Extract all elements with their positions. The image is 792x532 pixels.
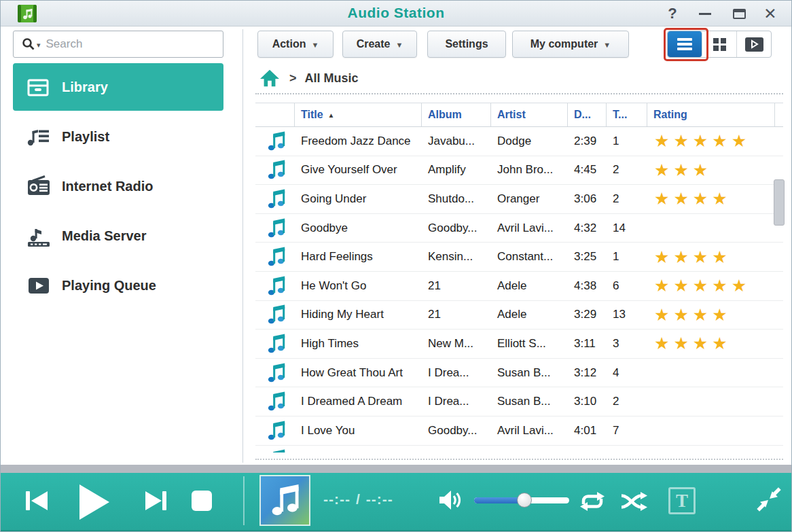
column-header-artist[interactable]: Artist xyxy=(491,103,568,126)
song-album: Goodby... xyxy=(422,424,491,438)
volume-button[interactable] xyxy=(438,488,463,512)
song-track: 1 xyxy=(607,250,647,264)
album-art-thumbnail[interactable] xyxy=(259,475,310,526)
song-rating-stars[interactable]: ★★★★★ xyxy=(647,131,775,151)
song-rating-stars[interactable]: ★★★ xyxy=(647,160,775,180)
sidebar-item-library[interactable]: Library xyxy=(13,63,223,111)
table-row[interactable]: How Great Thou ArtI Drea...Susan B...3:1… xyxy=(255,359,783,388)
table-row-partial[interactable]: ★★★★★ xyxy=(255,446,783,453)
time-current: --:-- xyxy=(323,491,350,507)
toolbar-button-action[interactable]: Action▼ xyxy=(257,31,334,58)
close-button[interactable]: ✕ xyxy=(760,3,780,24)
cover-view-button[interactable] xyxy=(737,31,771,57)
grid-view-icon xyxy=(713,38,726,51)
table-row[interactable]: Hard FeelingsKensin...Constant...3:251★★… xyxy=(255,243,783,272)
player-bar: --:--/--:-- xyxy=(1,473,791,532)
dropdown-caret-icon: ▼ xyxy=(603,41,611,49)
song-title: Hard Feelings xyxy=(295,250,422,264)
table-row[interactable]: I Love YouGoodby...Avril Lavi...4:017 xyxy=(255,416,783,446)
table-scrollbar-thumb[interactable] xyxy=(774,179,785,226)
column-header-rating[interactable]: Rating xyxy=(647,103,775,126)
music-note-icon xyxy=(255,276,295,296)
column-header-title[interactable]: Title▲ xyxy=(295,103,422,126)
previous-button[interactable] xyxy=(21,485,52,516)
song-artist: Susan B... xyxy=(491,395,568,408)
song-duration: 3:12 xyxy=(568,366,607,380)
song-rating-stars[interactable]: ★★★★ xyxy=(647,189,775,209)
home-icon[interactable] xyxy=(259,69,280,88)
cover-view-icon xyxy=(745,37,763,52)
song-duration: 4:38 xyxy=(568,279,607,293)
shuffle-button[interactable] xyxy=(619,489,649,514)
volume-slider[interactable] xyxy=(474,497,569,503)
table-row[interactable]: Hiding My Heart21Adele3:2913★★★★ xyxy=(255,301,783,330)
list-view-button[interactable] xyxy=(668,31,702,57)
grid-view-button[interactable] xyxy=(702,31,737,57)
song-title: He Won't Go xyxy=(295,279,422,293)
column-header-album[interactable]: Album xyxy=(422,103,491,126)
next-button[interactable] xyxy=(141,485,172,516)
song-duration: 4:01 xyxy=(568,424,607,438)
song-rating-stars[interactable]: ★★★★ xyxy=(647,247,775,267)
stop-button[interactable] xyxy=(188,487,215,514)
table-row[interactable]: I Dreamed A DreamI Drea...Susan B...3:10… xyxy=(255,387,783,416)
search-box[interactable]: ▾ xyxy=(13,31,223,58)
sidebar-item-label: Media Server xyxy=(62,228,147,244)
breadcrumb-current[interactable]: All Music xyxy=(305,71,359,86)
toolbar-button-label: Settings xyxy=(445,38,488,50)
table-row[interactable]: High TimesNew M...Elliott S...3:113★★★★ xyxy=(255,330,783,359)
song-duration: 3:25 xyxy=(568,250,607,264)
radio-icon xyxy=(26,174,51,198)
collapse-player-button[interactable] xyxy=(756,486,782,512)
table-row[interactable]: Freedom Jazz DanceJavabu...Dodge2:391★★★… xyxy=(255,127,783,156)
sidebar-item-playlist[interactable]: Playlist xyxy=(13,113,223,160)
time-display: --:--/--:-- xyxy=(323,491,446,508)
column-header-duration[interactable]: D... xyxy=(568,103,607,126)
table-row[interactable]: GoodbyeGoodby...Avril Lavi...4:3214 xyxy=(255,214,783,243)
sidebar-item-playing-queue[interactable]: Playing Queue xyxy=(13,262,223,309)
search-dropdown-caret[interactable]: ▾ xyxy=(37,41,41,50)
play-button[interactable] xyxy=(70,480,113,524)
maximize-button[interactable] xyxy=(729,3,749,24)
toolbar-button-create[interactable]: Create▼ xyxy=(342,31,417,58)
column-header-track[interactable]: T... xyxy=(607,103,647,126)
toolbar-button-label: Action xyxy=(272,38,306,50)
sidebar-item-internet-radio[interactable]: Internet Radio xyxy=(13,162,223,210)
lyrics-button[interactable]: T xyxy=(668,487,696,514)
volume-knob[interactable] xyxy=(517,493,532,508)
song-album: Shutdo... xyxy=(422,192,491,206)
dropdown-caret-icon: ▼ xyxy=(395,41,403,49)
song-artist: Avril Lavi... xyxy=(491,424,568,438)
minimize-button[interactable] xyxy=(695,3,715,24)
song-artist: Adele xyxy=(491,308,568,321)
help-button[interactable]: ? xyxy=(662,3,683,24)
song-track: 3 xyxy=(607,337,647,351)
breadcrumb-separator: > xyxy=(289,71,297,86)
sort-ascending-icon: ▲ xyxy=(328,111,335,119)
collapse-icon xyxy=(756,486,782,512)
song-rating-stars[interactable]: ★★★★ xyxy=(647,334,775,353)
toolbar-button-my-computer[interactable]: My computer▼ xyxy=(512,31,629,58)
table-row[interactable]: He Won't Go21Adele4:386★★★★★ xyxy=(255,272,783,301)
song-album: Amplify xyxy=(422,163,491,177)
song-album: New M... xyxy=(422,337,491,351)
time-separator: / xyxy=(356,491,361,507)
song-track: 13 xyxy=(607,308,647,321)
song-title: Give Yourself Over xyxy=(295,163,422,177)
song-track: 2 xyxy=(607,192,647,206)
table-row[interactable]: Going UnderShutdo...Oranger3:062★★★★ xyxy=(255,185,783,214)
search-input[interactable] xyxy=(45,37,217,52)
song-track: 2 xyxy=(607,395,647,408)
song-rating-stars[interactable]: ★★★★★ xyxy=(647,450,775,453)
repeat-button[interactable] xyxy=(578,489,607,514)
song-rating-stars[interactable]: ★★★★ xyxy=(647,305,775,325)
sidebar-item-media-server[interactable]: Media Server xyxy=(13,212,223,260)
column-header-spacer xyxy=(775,103,783,126)
table-row[interactable]: Give Yourself OverAmplifyJohn Bro...4:45… xyxy=(255,156,783,185)
song-title: I Love You xyxy=(295,424,422,438)
toolbar-button-settings[interactable]: Settings xyxy=(427,31,506,58)
table-row[interactable]: ★★★★★ xyxy=(255,446,783,453)
music-note-icon xyxy=(255,247,295,267)
song-rating-stars[interactable]: ★★★★★ xyxy=(647,276,775,296)
media-server-icon xyxy=(26,224,51,248)
